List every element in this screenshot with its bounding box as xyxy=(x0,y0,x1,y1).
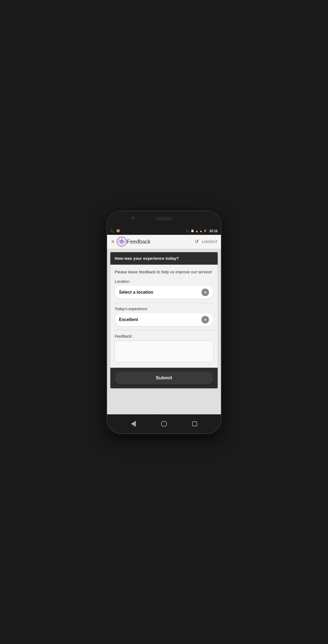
home-button[interactable] xyxy=(159,418,169,429)
submit-button[interactable]: Submit xyxy=(115,371,213,385)
form-card: How was your experience today? Please le… xyxy=(110,252,218,389)
experience-label: Today's experience: xyxy=(115,307,213,311)
home-icon xyxy=(161,421,167,427)
main-content: How was your experience today? Please le… xyxy=(107,249,221,414)
back-button[interactable] xyxy=(128,418,139,429)
status-time: 22:12 xyxy=(209,229,218,233)
recents-icon xyxy=(192,421,197,426)
experience-dropdown[interactable]: Excellent ▾ xyxy=(115,313,213,326)
cat-icon: 🐱 xyxy=(116,229,120,233)
card-header: How was your experience today? xyxy=(110,252,218,265)
divider-1 xyxy=(115,303,213,303)
signal-icon: ▲ xyxy=(199,229,202,233)
feedback-label: Feedback: xyxy=(115,334,213,338)
chevron-down-icon: ▾ xyxy=(204,290,206,294)
top-bezel xyxy=(107,211,221,227)
location-field: Location: Select a location ▾ xyxy=(115,279,213,299)
call-icon: 📞 xyxy=(110,229,114,233)
bottom-nav xyxy=(107,414,221,433)
app-bar: ≡ K Feedback ↺ LOGOUT xyxy=(107,235,221,249)
phone-status-icon: 📞 xyxy=(186,229,189,233)
back-icon xyxy=(131,421,136,427)
app-title: Feedback xyxy=(127,239,193,245)
logout-button[interactable]: LOGOUT xyxy=(201,238,219,246)
feedback-field: Feedback: xyxy=(115,334,213,363)
menu-icon[interactable]: ≡ xyxy=(109,237,117,247)
wifi-icon: ▲ xyxy=(195,229,198,233)
screen: 📞 🐱 📞 ⏰ ▲ ▲ ⚡ 22:12 ≡ xyxy=(107,227,221,414)
battery-icon: ⚡ xyxy=(203,229,207,233)
card-header-text: How was your experience today? xyxy=(115,256,179,261)
status-bar: 📞 🐱 📞 ⏰ ▲ ▲ ⚡ 22:12 xyxy=(107,227,221,235)
location-label: Location: xyxy=(115,279,213,284)
intro-text: Please leave feedback to help us improve… xyxy=(115,269,213,275)
chevron-down-icon-2: ▾ xyxy=(204,318,206,322)
refresh-button[interactable]: ↺ xyxy=(192,236,201,247)
phone-shell: 📞 🐱 📞 ⏰ ▲ ▲ ⚡ 22:12 ≡ xyxy=(107,211,221,433)
experience-dropdown-arrow: ▾ xyxy=(201,316,209,323)
location-dropdown-text: Select a location xyxy=(119,290,153,295)
camera xyxy=(131,216,134,219)
experience-dropdown-text: Excellent xyxy=(119,317,138,322)
status-left: 📞 🐱 xyxy=(110,229,120,233)
location-dropdown-arrow: ▾ xyxy=(201,289,209,296)
feedback-textarea[interactable] xyxy=(115,341,213,362)
location-dropdown[interactable]: Select a location ▾ xyxy=(115,286,213,299)
recents-button[interactable] xyxy=(189,418,200,429)
status-right: 📞 ⏰ ▲ ▲ ⚡ 22:12 xyxy=(186,229,218,233)
app-logo: K xyxy=(117,236,127,247)
experience-field: Today's experience: Excellent ▾ xyxy=(115,307,213,326)
svg-text:K: K xyxy=(121,241,123,243)
divider-2 xyxy=(115,330,213,330)
card-body: Please leave feedback to help us improve… xyxy=(110,265,218,368)
speaker xyxy=(156,217,172,220)
submit-bar: Submit xyxy=(110,368,218,388)
alarm-icon: ⏰ xyxy=(191,229,194,233)
